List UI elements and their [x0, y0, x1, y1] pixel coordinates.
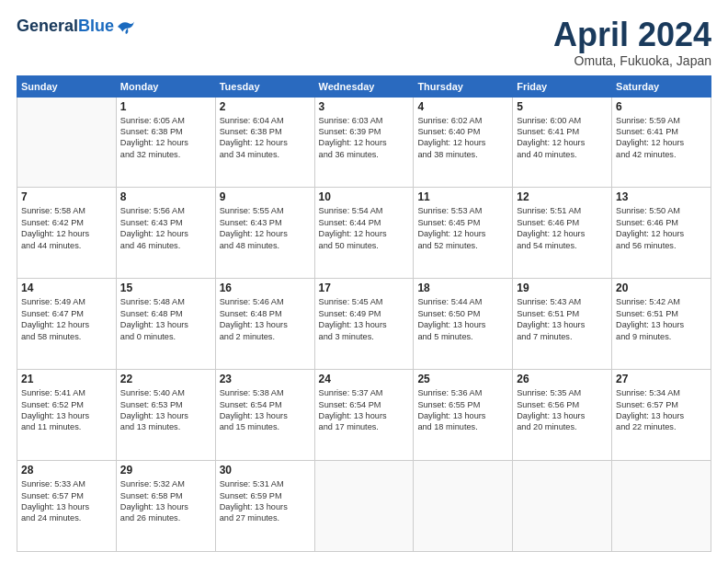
- day-info: Sunrise: 5:43 AMSunset: 6:51 PMDaylight:…: [517, 296, 608, 342]
- day-info: Sunrise: 5:59 AMSunset: 6:41 PMDaylight:…: [616, 115, 707, 161]
- header: GeneralBlue April 2024 Omuta, Fukuoka, J…: [17, 17, 711, 68]
- day-number: 23: [220, 373, 311, 385]
- col-header-monday: Monday: [116, 75, 215, 97]
- day-number: 27: [616, 373, 707, 385]
- day-number: 7: [21, 190, 112, 203]
- day-cell: 3Sunrise: 6:03 AMSunset: 6:39 PMDaylight…: [314, 97, 414, 188]
- col-header-wednesday: Wednesday: [314, 75, 414, 97]
- day-cell: 18Sunrise: 5:44 AMSunset: 6:50 PMDayligh…: [414, 279, 513, 370]
- day-number: 13: [616, 190, 707, 203]
- month-title: April 2024: [553, 17, 711, 53]
- week-row-2: 7Sunrise: 5:58 AMSunset: 6:42 PMDaylight…: [17, 188, 711, 279]
- day-number: 30: [220, 464, 311, 477]
- day-info: Sunrise: 5:32 AMSunset: 6:58 PMDaylight:…: [120, 478, 211, 524]
- day-number: 21: [21, 373, 112, 385]
- day-info: Sunrise: 5:56 AMSunset: 6:43 PMDaylight:…: [120, 205, 211, 251]
- location: Omuta, Fukuoka, Japan: [553, 53, 711, 68]
- day-info: Sunrise: 5:37 AMSunset: 6:54 PMDaylight:…: [319, 387, 410, 433]
- day-number: 14: [21, 282, 112, 294]
- day-cell: [414, 461, 513, 552]
- week-row-3: 14Sunrise: 5:49 AMSunset: 6:47 PMDayligh…: [17, 279, 711, 370]
- day-cell: 5Sunrise: 6:00 AMSunset: 6:41 PMDaylight…: [513, 97, 612, 188]
- day-cell: 11Sunrise: 5:53 AMSunset: 6:45 PMDayligh…: [414, 188, 513, 279]
- day-number: 12: [517, 190, 608, 203]
- day-number: 6: [616, 100, 707, 113]
- day-number: 19: [517, 282, 608, 294]
- day-info: Sunrise: 5:34 AMSunset: 6:57 PMDaylight:…: [616, 387, 707, 433]
- day-number: 24: [319, 373, 410, 385]
- day-cell: 21Sunrise: 5:41 AMSunset: 6:52 PMDayligh…: [17, 370, 117, 461]
- day-number: 5: [517, 100, 608, 113]
- day-cell: 13Sunrise: 5:50 AMSunset: 6:46 PMDayligh…: [612, 188, 711, 279]
- day-info: Sunrise: 5:33 AMSunset: 6:57 PMDaylight:…: [21, 478, 112, 524]
- day-info: Sunrise: 5:42 AMSunset: 6:51 PMDaylight:…: [616, 296, 707, 342]
- day-info: Sunrise: 5:45 AMSunset: 6:49 PMDaylight:…: [319, 296, 410, 342]
- day-number: 18: [417, 282, 508, 294]
- day-info: Sunrise: 5:46 AMSunset: 6:48 PMDaylight:…: [220, 296, 311, 342]
- day-number: 10: [319, 190, 410, 203]
- col-header-friday: Friday: [513, 75, 612, 97]
- day-info: Sunrise: 6:00 AMSunset: 6:41 PMDaylight:…: [517, 115, 608, 161]
- day-number: 8: [120, 190, 211, 203]
- day-cell: 10Sunrise: 5:54 AMSunset: 6:44 PMDayligh…: [314, 188, 414, 279]
- day-info: Sunrise: 5:49 AMSunset: 6:47 PMDaylight:…: [21, 296, 112, 342]
- day-cell: 6Sunrise: 5:59 AMSunset: 6:41 PMDaylight…: [612, 97, 711, 188]
- day-cell: 26Sunrise: 5:35 AMSunset: 6:56 PMDayligh…: [513, 370, 612, 461]
- day-cell: 29Sunrise: 5:32 AMSunset: 6:58 PMDayligh…: [116, 461, 215, 552]
- day-info: Sunrise: 6:05 AMSunset: 6:38 PMDaylight:…: [120, 115, 211, 161]
- day-cell: 23Sunrise: 5:38 AMSunset: 6:54 PMDayligh…: [215, 370, 314, 461]
- day-info: Sunrise: 5:31 AMSunset: 6:59 PMDaylight:…: [220, 478, 311, 524]
- day-number: 17: [319, 282, 410, 294]
- day-number: 1: [120, 100, 211, 113]
- day-number: 15: [120, 282, 211, 294]
- week-row-1: 1Sunrise: 6:05 AMSunset: 6:38 PMDaylight…: [17, 97, 711, 188]
- day-number: 11: [417, 190, 508, 203]
- col-header-sunday: Sunday: [17, 75, 117, 97]
- day-number: 16: [220, 282, 311, 294]
- day-info: Sunrise: 5:35 AMSunset: 6:56 PMDaylight:…: [517, 387, 608, 433]
- day-cell: 8Sunrise: 5:56 AMSunset: 6:43 PMDaylight…: [116, 188, 215, 279]
- day-cell: 20Sunrise: 5:42 AMSunset: 6:51 PMDayligh…: [612, 279, 711, 370]
- day-cell: [612, 461, 711, 552]
- day-cell: 19Sunrise: 5:43 AMSunset: 6:51 PMDayligh…: [513, 279, 612, 370]
- calendar-table: SundayMondayTuesdayWednesdayThursdayFrid…: [17, 75, 711, 552]
- page: GeneralBlue April 2024 Omuta, Fukuoka, J…: [0, 0, 728, 563]
- day-cell: 16Sunrise: 5:46 AMSunset: 6:48 PMDayligh…: [215, 279, 314, 370]
- day-cell: [513, 461, 612, 552]
- day-number: 28: [21, 464, 112, 477]
- day-cell: 12Sunrise: 5:51 AMSunset: 6:46 PMDayligh…: [513, 188, 612, 279]
- col-header-thursday: Thursday: [414, 75, 513, 97]
- title-block: April 2024 Omuta, Fukuoka, Japan: [553, 17, 711, 68]
- day-info: Sunrise: 5:51 AMSunset: 6:46 PMDaylight:…: [517, 205, 608, 251]
- day-cell: [314, 461, 414, 552]
- day-info: Sunrise: 5:48 AMSunset: 6:48 PMDaylight:…: [120, 296, 211, 342]
- week-row-4: 21Sunrise: 5:41 AMSunset: 6:52 PMDayligh…: [17, 370, 711, 461]
- day-number: 9: [220, 190, 311, 203]
- day-info: Sunrise: 5:54 AMSunset: 6:44 PMDaylight:…: [319, 205, 410, 251]
- week-row-5: 28Sunrise: 5:33 AMSunset: 6:57 PMDayligh…: [17, 461, 711, 552]
- day-number: 29: [120, 464, 211, 477]
- day-cell: 4Sunrise: 6:02 AMSunset: 6:40 PMDaylight…: [414, 97, 513, 188]
- day-info: Sunrise: 5:44 AMSunset: 6:50 PMDaylight:…: [417, 296, 508, 342]
- day-number: 25: [417, 373, 508, 385]
- day-cell: 28Sunrise: 5:33 AMSunset: 6:57 PMDayligh…: [17, 461, 117, 552]
- day-cell: 24Sunrise: 5:37 AMSunset: 6:54 PMDayligh…: [314, 370, 414, 461]
- day-cell: 15Sunrise: 5:48 AMSunset: 6:48 PMDayligh…: [116, 279, 215, 370]
- day-info: Sunrise: 5:55 AMSunset: 6:43 PMDaylight:…: [220, 205, 311, 251]
- logo-general: General: [17, 17, 78, 36]
- day-info: Sunrise: 5:36 AMSunset: 6:55 PMDaylight:…: [417, 387, 508, 433]
- day-cell: 7Sunrise: 5:58 AMSunset: 6:42 PMDaylight…: [17, 188, 117, 279]
- day-number: 20: [616, 282, 707, 294]
- logo-bird-icon: [116, 18, 136, 35]
- logo-blue: Blue: [78, 17, 114, 36]
- day-number: 2: [220, 100, 311, 113]
- day-number: 26: [517, 373, 608, 385]
- day-info: Sunrise: 5:41 AMSunset: 6:52 PMDaylight:…: [21, 387, 112, 433]
- day-info: Sunrise: 5:53 AMSunset: 6:45 PMDaylight:…: [417, 205, 508, 251]
- day-cell: 30Sunrise: 5:31 AMSunset: 6:59 PMDayligh…: [215, 461, 314, 552]
- col-header-tuesday: Tuesday: [215, 75, 314, 97]
- logo: GeneralBlue: [17, 17, 136, 36]
- day-cell: 1Sunrise: 6:05 AMSunset: 6:38 PMDaylight…: [116, 97, 215, 188]
- day-cell: 27Sunrise: 5:34 AMSunset: 6:57 PMDayligh…: [612, 370, 711, 461]
- col-header-saturday: Saturday: [612, 75, 711, 97]
